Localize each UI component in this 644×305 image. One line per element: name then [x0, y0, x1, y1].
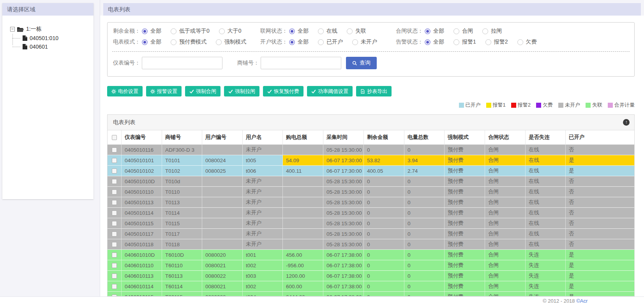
radio-icon[interactable]: [171, 39, 176, 45]
action-button[interactable]: 抄表导出: [356, 86, 392, 96]
action-button[interactable]: 功率阈值设置: [307, 86, 353, 96]
row-checkbox[interactable]: [112, 189, 117, 195]
radio-selected-icon[interactable]: [289, 39, 295, 45]
radio-option-label[interactable]: 合闸: [462, 28, 473, 35]
radio-option[interactable]: 欠费: [517, 39, 537, 46]
radio-option[interactable]: 预付费模式: [171, 39, 206, 46]
radio-option-label[interactable]: 欠费: [526, 39, 537, 46]
action-button[interactable]: 强制合闸: [185, 86, 221, 96]
row-checkbox[interactable]: [112, 231, 117, 237]
radio-option-label[interactable]: 已开户: [326, 39, 343, 46]
radio-option[interactable]: 全部: [289, 28, 309, 35]
tree-root-label[interactable]: 1:一栋: [26, 26, 42, 33]
row-checkbox[interactable]: [112, 273, 117, 279]
table-cell: t001: [243, 250, 283, 260]
row-checkbox[interactable]: [112, 284, 117, 289]
radio-option-label[interactable]: 全部: [298, 39, 309, 46]
action-button[interactable]: 电价设置: [107, 86, 143, 96]
row-checkbox[interactable]: [112, 168, 117, 174]
tree-root-node[interactable]: − 1:一栋: [10, 26, 94, 33]
radio-option[interactable]: 全部: [425, 28, 444, 35]
table-row: 0405010110T0110未开户05-28 15:30:0000预付费合闸在…: [108, 187, 635, 197]
radio-option[interactable]: 在线: [318, 28, 337, 35]
action-button[interactable]: 报警设置: [146, 86, 182, 96]
radio-selected-icon[interactable]: [289, 28, 295, 34]
radio-icon[interactable]: [171, 28, 176, 34]
action-button[interactable]: 恢复预付费: [263, 86, 303, 96]
radio-option[interactable]: 未开户: [352, 39, 377, 46]
radio-option[interactable]: 低于或等于0: [171, 28, 210, 35]
radio-option-label[interactable]: 报警2: [494, 39, 508, 46]
table-cell: 否: [566, 208, 635, 218]
tree-node[interactable]: 040501:010: [22, 35, 94, 41]
table-cell: 在线: [526, 229, 566, 239]
action-button[interactable]: 强制拉闸: [224, 86, 259, 96]
radio-icon[interactable]: [352, 39, 358, 45]
tree-node[interactable]: 040601: [22, 44, 94, 50]
radio-icon[interactable]: [453, 39, 459, 45]
radio-icon[interactable]: [485, 39, 491, 45]
radio-option-label[interactable]: 全部: [433, 28, 444, 35]
radio-option[interactable]: 全部: [142, 28, 161, 35]
radio-option-label[interactable]: 预付费模式: [179, 39, 206, 46]
radio-option-label[interactable]: 全部: [433, 39, 444, 46]
radio-icon[interactable]: [318, 28, 324, 34]
radio-icon[interactable]: [517, 39, 523, 45]
row-checkbox[interactable]: [112, 200, 117, 205]
check-icon: [228, 89, 233, 94]
collapse-arrow-icon[interactable]: ↑: [623, 119, 630, 126]
radio-selected-icon[interactable]: [425, 39, 431, 45]
table-cell: 06-07 17:38:00: [323, 281, 364, 292]
row-checkbox[interactable]: [112, 263, 117, 268]
radio-option-label[interactable]: 全部: [298, 28, 309, 35]
radio-icon[interactable]: [318, 39, 324, 45]
row-checkbox[interactable]: [112, 242, 117, 247]
query-button[interactable]: 查询: [346, 57, 377, 69]
radio-option[interactable]: 合闸: [453, 28, 473, 35]
row-checkbox[interactable]: [112, 147, 117, 152]
radio-icon[interactable]: [216, 39, 222, 45]
row-checkbox[interactable]: [112, 221, 117, 226]
radio-option[interactable]: 强制模式: [216, 39, 246, 46]
radio-option-label[interactable]: 失联: [355, 28, 366, 35]
radio-icon[interactable]: [482, 28, 488, 34]
table-cell: 0: [364, 271, 404, 281]
shop-no-input[interactable]: [261, 57, 341, 69]
radio-selected-icon[interactable]: [142, 28, 148, 34]
row-checkbox[interactable]: [112, 158, 117, 163]
radio-option-label[interactable]: 强制模式: [224, 39, 246, 46]
radio-option-label[interactable]: 未开户: [361, 39, 377, 46]
radio-option-label[interactable]: 全部: [150, 28, 161, 35]
radio-option[interactable]: 全部: [425, 39, 444, 46]
radio-option[interactable]: 全部: [142, 39, 161, 46]
radio-option[interactable]: 已开户: [318, 39, 343, 46]
tree-node-label[interactable]: 040601: [30, 44, 48, 50]
table-cell: 2.74: [404, 166, 445, 176]
radio-option-label[interactable]: 全部: [150, 39, 161, 46]
radio-option[interactable]: 失联: [347, 28, 366, 35]
select-all-checkbox[interactable]: [112, 135, 117, 140]
radio-option-label[interactable]: 报警1: [462, 39, 476, 46]
copyright-link[interactable]: ©Acr: [576, 298, 588, 304]
radio-icon[interactable]: [453, 28, 459, 34]
radio-option-label[interactable]: 大于0: [228, 28, 242, 35]
radio-option[interactable]: 大于0: [219, 28, 242, 35]
radio-option-label[interactable]: 拉闸: [491, 28, 502, 35]
radio-icon[interactable]: [219, 28, 225, 34]
radio-option-label[interactable]: 低于或等于0: [179, 28, 210, 35]
app-window: 请选择区域 − 1:一栋 040501:010040601 电表列表 剩余金额：…: [0, 0, 644, 305]
radio-selected-icon[interactable]: [142, 39, 148, 45]
radio-option-label[interactable]: 在线: [326, 28, 337, 35]
meter-no-input[interactable]: [142, 57, 222, 69]
radio-option[interactable]: 报警1: [453, 39, 476, 46]
tree-collapse-icon[interactable]: −: [10, 27, 15, 32]
row-checkbox[interactable]: [112, 252, 117, 258]
radio-selected-icon[interactable]: [425, 28, 431, 34]
tree-node-label[interactable]: 040501:010: [30, 35, 58, 41]
row-checkbox[interactable]: [112, 210, 117, 216]
radio-option[interactable]: 全部: [289, 39, 309, 46]
radio-option[interactable]: 拉闸: [482, 28, 502, 35]
radio-icon[interactable]: [347, 28, 353, 34]
radio-option[interactable]: 报警2: [485, 39, 508, 46]
row-checkbox[interactable]: [112, 179, 117, 184]
